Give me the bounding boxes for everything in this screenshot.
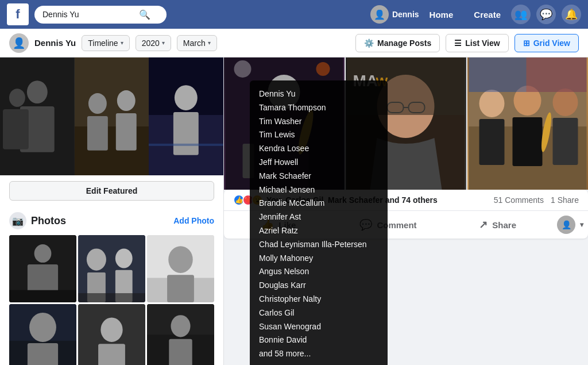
photos-grid	[9, 235, 214, 365]
svg-point-59	[479, 90, 505, 117]
reactions-row: 👍 ❤️ 😮 You, Carlos Gil, Mark Schaefer an…	[224, 190, 588, 211]
svg-point-9	[117, 90, 135, 111]
post-card: Dennis Yu Tamara Thompson Tim Washer Tim…	[224, 190, 588, 239]
featured-photo-2[interactable]	[75, 57, 149, 175]
tooltip-name: Christopher Nalty	[259, 293, 378, 306]
tooltip-name: Bonnie David	[259, 333, 378, 347]
featured-photo-3[interactable]	[149, 57, 223, 175]
svg-point-32	[29, 313, 56, 342]
messenger-icon[interactable]: 💬	[536, 5, 556, 24]
svg-rect-64	[553, 118, 578, 165]
actions-row: 👍 Like 💬 Comment ↗ Share 👤 ▾	[224, 211, 588, 239]
photo-thumb[interactable]	[9, 235, 76, 302]
people-icon[interactable]: 👥	[511, 5, 531, 24]
svg-rect-36	[98, 344, 125, 365]
year-dropdown[interactable]: 2020 ▾	[136, 35, 171, 51]
wow-reaction: 😮	[252, 194, 263, 206]
nav-links: Home Create	[425, 7, 505, 22]
reactions-left: 👍 ❤️ 😮 You, Carlos Gil, Mark Schaefer an…	[233, 194, 438, 206]
chevron-down-icon: ▾	[121, 40, 123, 46]
tooltip-name: Douglas Karr	[259, 279, 378, 293]
svg-point-35	[100, 317, 122, 342]
nav-user-name: Dennis	[392, 10, 419, 19]
photo-thumb[interactable]	[147, 304, 214, 365]
add-photo-link[interactable]: Add Photo	[173, 216, 214, 225]
top-nav: f 🔍 👤 Dennis Home Create 👥 💬 🔔	[0, 0, 588, 29]
grid-view-button[interactable]: ⊞ Grid View	[514, 34, 579, 52]
featured-photos	[0, 57, 223, 175]
svg-rect-19	[9, 290, 76, 302]
reactions-text[interactable]: You, Carlos Gil, Mark Schaefer and 74 ot…	[266, 195, 438, 205]
svg-text:W: W	[376, 75, 388, 89]
reaction-icons: 👍 ❤️ 😮	[233, 194, 263, 206]
month-dropdown[interactable]: March ▾	[177, 35, 217, 51]
search-icon: 🔍	[139, 9, 150, 20]
comments-count[interactable]: 51 Comments	[494, 195, 544, 205]
main-photo-2[interactable]: MA W	[346, 57, 466, 190]
comment-icon: 💬	[359, 218, 372, 231]
avatar: 👤	[370, 5, 389, 24]
comment-button[interactable]: 💬 Comment	[334, 211, 443, 239]
svg-rect-6	[75, 126, 149, 175]
svg-rect-29	[167, 275, 194, 302]
main-photo-1[interactable]	[224, 57, 345, 190]
main-content: Edit Featured 📷 Photos Add Photo	[0, 57, 588, 365]
search-bar[interactable]: 🔍	[34, 6, 167, 24]
svg-point-28	[168, 246, 193, 273]
nav-user[interactable]: 👤 Dennis	[370, 5, 419, 24]
svg-point-47	[316, 62, 330, 76]
svg-text:MA: MA	[353, 72, 378, 90]
svg-point-21	[87, 248, 106, 270]
photos-section: 📷 Photos Add Photo	[0, 206, 223, 365]
search-input[interactable]	[42, 10, 134, 19]
share-button[interactable]: ↗ Share	[443, 211, 552, 239]
svg-rect-62	[513, 117, 543, 166]
svg-point-7	[88, 93, 107, 114]
tooltip-name: Carlos Gil	[259, 306, 378, 320]
tooltip-name: Chad Leynisman Illa-Petersen	[259, 238, 378, 252]
avatar: 👤	[557, 216, 575, 234]
reactions-link[interactable]: You, Carlos Gil, Mark Schaefer and 74 ot…	[266, 195, 438, 205]
svg-rect-4	[3, 109, 29, 149]
right-content: MA W	[224, 57, 588, 365]
reactions-stats: 51 Comments 1 Share	[494, 195, 579, 205]
edit-featured-button[interactable]: Edit Featured	[9, 181, 214, 201]
post-user-avatar[interactable]: 👤 ▾	[552, 211, 588, 239]
list-view-button[interactable]: ☰ List View	[446, 34, 508, 52]
chevron-down-icon: ▾	[580, 221, 583, 229]
svg-rect-10	[115, 113, 136, 151]
svg-point-63	[553, 89, 578, 116]
svg-point-3	[9, 89, 25, 107]
svg-point-13	[175, 85, 198, 110]
photo-thumb[interactable]	[78, 235, 145, 302]
manage-posts-button[interactable]: ⚙️ Manage Posts	[355, 34, 440, 52]
photos-header: 📷 Photos Add Photo	[9, 212, 214, 229]
photos-title: 📷 Photos	[9, 212, 66, 229]
main-photo-3[interactable]	[467, 57, 588, 190]
svg-rect-60	[479, 119, 505, 165]
svg-point-43	[268, 75, 300, 109]
tooltip-name: Susan Wenograd	[259, 320, 378, 334]
svg-rect-14	[173, 112, 199, 155]
svg-point-23	[115, 248, 133, 268]
notifications-icon[interactable]: 🔔	[562, 5, 581, 24]
photos-icon: 📷	[9, 212, 26, 229]
home-link[interactable]: Home	[425, 7, 458, 22]
photo-thumb[interactable]	[147, 235, 214, 302]
photo-thumb[interactable]	[78, 304, 145, 365]
featured-photo-1[interactable]	[0, 57, 75, 175]
create-link[interactable]: Create	[469, 7, 505, 22]
tooltip-name: Molly Mahoney	[259, 252, 378, 266]
shares-count[interactable]: 1 Share	[551, 195, 579, 205]
svg-rect-8	[87, 116, 108, 151]
profile-toolbar: 👤 Dennis Yu Timeline ▾ 2020 ▾ March ▾ ⚙️…	[0, 29, 588, 57]
svg-rect-25	[78, 293, 145, 302]
timeline-dropdown[interactable]: Timeline ▾	[82, 35, 129, 51]
svg-rect-33	[28, 343, 58, 365]
svg-rect-40	[169, 339, 192, 365]
like-button[interactable]: 👍 Like	[224, 211, 334, 239]
facebook-logo: f	[7, 3, 29, 25]
photo-thumb[interactable]	[9, 304, 76, 365]
profile-name[interactable]: Dennis Yu	[34, 38, 76, 48]
svg-rect-67	[527, 57, 587, 92]
